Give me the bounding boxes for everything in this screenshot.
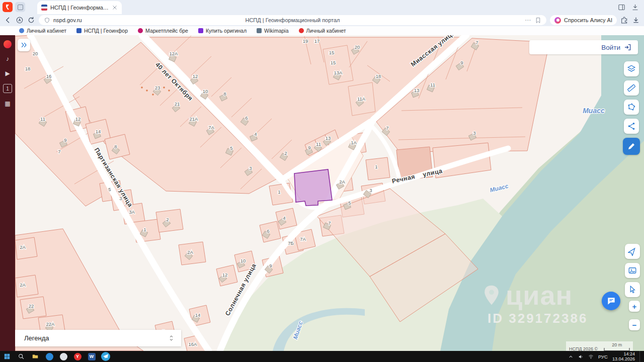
chrome-app-icon <box>60 353 67 360</box>
start-button <box>4 353 11 360</box>
clock-date: 13.04.2026 <box>612 356 635 361</box>
select-icon <box>628 285 637 294</box>
parcel-number-label: 15 <box>329 50 335 55</box>
clock[interactable]: 14:24 13.04.2026 <box>612 351 635 362</box>
parcel-number-label: 12А <box>170 51 179 56</box>
bookmark-label: Личный кабинет <box>27 28 66 34</box>
panel-expand-button[interactable] <box>18 39 30 51</box>
map-canvas[interactable]: 20181611971214812А12108232121А7А64532191… <box>15 35 644 351</box>
bookmark-label: Маркетплейс бре <box>145 28 188 34</box>
music-app-icon[interactable]: ♪ <box>4 55 12 63</box>
browser-downloads-icon[interactable] <box>631 4 639 11</box>
reload-button[interactable] <box>27 16 35 24</box>
site-info-icon[interactable] <box>16 16 24 24</box>
alice-app-icon[interactable] <box>4 40 12 48</box>
bookmark-flag-icon[interactable] <box>535 17 541 24</box>
clock-time: 14:24 <box>612 351 635 356</box>
folder-app-icon[interactable] <box>28 351 42 362</box>
edit-tool-button[interactable] <box>623 138 640 155</box>
selected-parcel[interactable] <box>294 169 332 206</box>
back-button[interactable] <box>4 16 12 24</box>
bookmark-label: Купить оригинал <box>206 28 247 34</box>
extensions-puzzle-icon[interactable] <box>620 16 628 24</box>
address-bar[interactable]: nspd.gov.ru НСПД | Геоинформационный пор… <box>39 15 546 25</box>
panorama-button[interactable] <box>625 263 640 278</box>
tray-expand-icon[interactable] <box>568 354 574 359</box>
show-desktop-button[interactable] <box>639 351 642 362</box>
bookmark-item[interactable]: Личный кабинет <box>19 28 66 34</box>
bookmark-item[interactable]: Личный кабинет <box>299 28 346 34</box>
measure-area-button[interactable] <box>624 100 639 115</box>
address-bar-row: nspd.gov.ru НСПД | Геоинформационный пор… <box>0 14 644 26</box>
browser-logo-icon[interactable] <box>3 2 13 12</box>
more-actions-icon[interactable]: ⋯ <box>525 17 531 23</box>
language-indicator[interactable]: РУС <box>598 354 608 359</box>
word-app-icon[interactable]: W <box>85 351 99 362</box>
bookmark-item[interactable]: Купить оригинал <box>198 28 247 34</box>
share-button[interactable] <box>624 119 639 134</box>
yandex-app-icon[interactable]: Y <box>70 351 85 362</box>
parcel-number-label: 5 <box>348 200 351 206</box>
parcel-number-label: 13 <box>326 135 331 141</box>
tab-groups-icon[interactable] <box>618 4 625 11</box>
start-button[interactable] <box>0 351 14 362</box>
locate-button[interactable] <box>625 244 640 259</box>
telegram-app-icon[interactable] <box>99 351 113 362</box>
chat-fab-button[interactable] <box>602 292 620 310</box>
edge-app-icon[interactable] <box>42 351 56 362</box>
ask-alice-button[interactable]: Спросить Алису AI <box>550 15 617 25</box>
map-attribution: НСПД 2026 © 20 m <box>566 341 633 351</box>
video-app-icon[interactable]: ▶ <box>4 69 12 77</box>
browser-tab[interactable]: НСПД | Геоинформац... <box>37 1 122 14</box>
login-bar[interactable]: Войти <box>529 40 638 54</box>
parcel-number-label: 4 <box>283 215 285 221</box>
parcel-number-label: 8 <box>114 144 117 149</box>
parcel-number-label: 2А <box>339 179 345 185</box>
legend-label: Легенда <box>24 334 49 342</box>
panorama-icon <box>628 266 637 275</box>
parcel-number-label: 19 <box>303 38 308 44</box>
parcel-number-label: 14 <box>195 312 201 318</box>
parcel-number-label: 12 <box>222 272 228 278</box>
parcel-number-label: 17 <box>314 38 320 44</box>
parcel-number-label: 10 <box>240 258 246 263</box>
parcel-number-label: 20 <box>355 44 360 50</box>
ruler-button[interactable] <box>624 80 639 96</box>
network-icon[interactable] <box>588 354 594 359</box>
tab-close-icon[interactable] <box>112 5 118 11</box>
parcel-number-label: 21А <box>190 116 199 122</box>
legend-collapse-icon[interactable] <box>168 334 175 342</box>
scale-bar: 20 m <box>604 342 630 351</box>
layers-button[interactable] <box>624 61 639 76</box>
tab-title: НСПД | Геоинформац... <box>50 5 109 11</box>
search-button[interactable] <box>14 351 28 362</box>
downloads-icon[interactable] <box>632 16 640 24</box>
select-button[interactable] <box>625 282 640 297</box>
search-button <box>18 353 25 360</box>
parcel-number-label: 9 <box>460 60 463 65</box>
tab-list-button[interactable] <box>15 2 25 12</box>
map-area: 20181611971214812А12108232121А7А64532191… <box>15 35 644 351</box>
browser-tab-bar: НСПД | Геоинформац... <box>0 0 644 14</box>
bookmark-item[interactable]: Wikimapia <box>257 28 288 34</box>
zoom-in-button[interactable]: + <box>629 301 640 312</box>
legend-panel[interactable]: Легенда <box>15 330 181 346</box>
parcel-number-label: 13А <box>334 70 343 75</box>
notes-app-icon[interactable]: 1 <box>3 84 12 93</box>
parcel-number-label: 18 <box>376 73 381 79</box>
bookmark-favicon <box>299 28 304 33</box>
collections-app-icon[interactable]: ▦ <box>4 100 12 108</box>
yandex-app-icon: Y <box>74 353 82 360</box>
tab-list-icon <box>18 5 23 10</box>
locate-icon <box>628 247 637 256</box>
bookmark-item[interactable]: НСПД | Геоинфор <box>76 28 128 34</box>
parcel-number-label: 8 <box>223 91 226 97</box>
attribution-text: НСПД 2026 © <box>569 346 598 351</box>
url-text: nspd.gov.ru <box>53 17 82 23</box>
zoom-out-button[interactable]: − <box>629 319 640 330</box>
bookmark-label: Wikimapia <box>264 28 288 34</box>
volume-icon[interactable] <box>578 354 584 359</box>
parcel-number-label: 2А <box>20 244 26 250</box>
chrome-app-icon[interactable] <box>56 351 70 362</box>
bookmark-item[interactable]: Маркетплейс бре <box>138 28 188 34</box>
